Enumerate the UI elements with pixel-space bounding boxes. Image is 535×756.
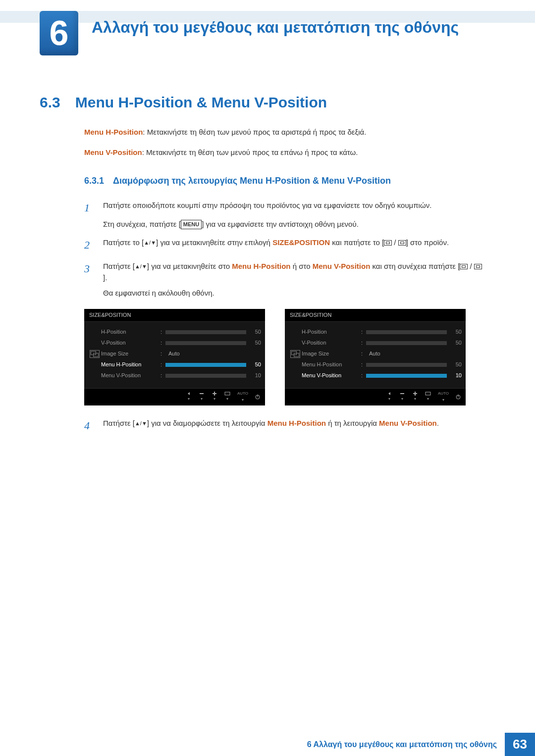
colon: :	[160, 339, 165, 347]
step-1-p2a: Στη συνέχεια, πατήστε [	[103, 220, 181, 228]
auto-label: AUTO	[438, 391, 449, 397]
step-2-body: Πατήστε το [▲/▼] για να μετακινηθείτε στ…	[103, 237, 485, 253]
up-down-icon: ▲/▼	[135, 420, 147, 426]
osd-item-label: Image Size	[302, 350, 361, 358]
osd-panel-2: SIZE&POSITION H-Position:50V-Position:50…	[285, 309, 466, 405]
osd-item-value: 50	[447, 360, 462, 369]
colon: :	[361, 371, 366, 380]
t: ή τη λειτουργία	[326, 419, 379, 427]
hl-menu-v: Menu V-Position	[379, 419, 437, 427]
svg-rect-1	[200, 393, 204, 394]
osd-slider[interactable]	[366, 374, 447, 378]
osd-plus-button[interactable]: ▾	[212, 392, 217, 402]
step-1: 1 Πατήστε οποιοδήποτε κουμπί στην πρόσοψ…	[84, 200, 485, 230]
step-4-body: Πατήστε [▲/▼] για να διαμορφώσετε τη λει…	[103, 417, 485, 434]
t: ] στο προϊόν.	[406, 238, 449, 247]
osd-minus-button[interactable]: ▾	[399, 392, 405, 402]
section-heading: 6.3 Menu H-Position & Menu V-Position	[40, 94, 327, 111]
osd-button-bar: ▾ ▾ ▾ ▾ AUTO▾	[285, 388, 466, 405]
step-3: 3 Πατήστε [▲/▼] για να μετακινηθείτε στο…	[84, 260, 485, 299]
osd-item-value: 10	[447, 371, 462, 380]
colon: :	[361, 339, 366, 347]
subsection-title: Διαμόρφωση της λειτουργίας Menu H-Positi…	[113, 174, 391, 188]
osd-item-value-text: Auto	[366, 350, 447, 358]
subsection-number: 6.3.1	[84, 174, 104, 188]
svg-marker-0	[188, 392, 190, 395]
hl-menu-v: Menu V-Position	[313, 262, 371, 270]
osd-enter-button[interactable]: ▾	[224, 392, 230, 402]
t: ή στο	[291, 262, 313, 270]
osd-item[interactable]: V-Position:50	[101, 338, 261, 349]
osd-item[interactable]: V-Position:50	[302, 338, 462, 349]
colon: :	[160, 371, 165, 380]
hl-size-position: SIZE&POSITION	[272, 238, 330, 247]
step-number: 1	[84, 200, 94, 230]
osd-back-button[interactable]: ▾	[186, 392, 192, 402]
osd-plus-button[interactable]: ▾	[412, 392, 418, 402]
osd-item[interactable]: Menu V-Position:10	[101, 370, 261, 381]
osd-slider[interactable]	[165, 341, 246, 345]
osd-item[interactable]: H-Position:50	[101, 327, 261, 338]
osd-item[interactable]: Image Size:Auto	[101, 349, 261, 359]
osd-item-value: 50	[246, 339, 261, 347]
t: ] για να μετακινηθείτε στην επιλογή	[156, 238, 272, 247]
colon: :	[160, 328, 165, 336]
osd-item-label: H-Position	[101, 328, 160, 336]
osd-item[interactable]: Menu H-Position:50	[302, 359, 462, 370]
t: Πατήστε το [	[103, 238, 144, 247]
up-down-icon: ▲/▼	[135, 263, 147, 269]
chapter-title: Αλλαγή του μεγέθους και μετατόπιση της ο…	[92, 18, 468, 37]
step-1-p1: Πατήστε οποιοδήποτε κουμπί στην πρόσοψη …	[103, 200, 485, 211]
osd-item[interactable]: H-Position:50	[302, 327, 462, 338]
step-1-p2: Στη συνέχεια, πατήστε [MENU] για να εμφα…	[103, 218, 485, 230]
osd-slider[interactable]	[366, 330, 447, 334]
osd-item-value: 50	[246, 328, 261, 336]
svg-rect-8	[400, 393, 404, 394]
step-3-body: Πατήστε [▲/▼] για να μετακινηθείτε στο M…	[103, 260, 485, 299]
osd-minus-button[interactable]: ▾	[199, 392, 205, 402]
step-4: 4 Πατήστε [▲/▼] για να διαμορφώσετε τη λ…	[84, 417, 485, 434]
osd-power-button[interactable]	[255, 395, 260, 400]
osd-slider[interactable]	[165, 363, 246, 367]
term-v: Menu V-Position	[84, 148, 142, 156]
osd-slider[interactable]	[165, 330, 246, 334]
osd-row: SIZE&POSITION H-Position:50V-Position:50…	[84, 309, 485, 405]
osd-auto-button[interactable]: AUTO▾	[438, 391, 449, 403]
osd-slider[interactable]	[366, 363, 447, 367]
osd-slider[interactable]	[366, 341, 447, 345]
osd-item[interactable]: Menu V-Position:10	[302, 370, 462, 381]
colon: :	[160, 350, 165, 358]
desc-h: : Μετακινήστε τη θέση των μενού προς τα …	[143, 128, 366, 136]
osd-item-label: H-Position	[302, 328, 361, 336]
auto-label: AUTO	[237, 391, 248, 397]
osd-enter-button[interactable]: ▾	[425, 392, 431, 402]
osd-auto-button[interactable]: AUTO▾	[237, 391, 248, 403]
svg-rect-4	[225, 392, 230, 395]
t: ].	[103, 273, 107, 282]
osd-item-value: 50	[447, 339, 462, 347]
svg-rect-3	[213, 393, 216, 394]
step-number: 3	[84, 260, 94, 299]
osd-slider[interactable]	[165, 374, 246, 378]
menu-key: MENU	[181, 220, 202, 229]
osd-power-button[interactable]	[456, 395, 461, 400]
t: και στη συνέχεια πατήστε [	[370, 262, 460, 270]
osd-item-value: 50	[246, 360, 261, 369]
colon: :	[361, 350, 366, 358]
hl-menu-h: Menu H-Position	[232, 262, 290, 270]
colon: :	[361, 360, 366, 369]
step-number: 4	[84, 417, 94, 434]
t: ] για να διαμορφώσετε τη λειτουργία	[147, 419, 268, 427]
osd-item-label: Menu V-Position	[101, 371, 160, 380]
osd-back-button[interactable]: ▾	[386, 392, 392, 402]
enter-alt-icon	[474, 264, 482, 269]
enter-icon	[460, 264, 468, 269]
osd-item-label: Menu V-Position	[302, 371, 361, 380]
osd-item[interactable]: Image Size:Auto	[302, 349, 462, 359]
t: και πατήστε το [	[330, 238, 384, 247]
step-1-p2b: ] για να εμφανίσετε την αντίστοιχη οθόνη…	[202, 220, 359, 228]
osd-item-label: Menu H-Position	[302, 360, 361, 369]
osd-title: SIZE&POSITION	[84, 309, 265, 322]
chapter-badge: 6	[40, 11, 78, 55]
osd-item[interactable]: Menu H-Position:50	[101, 359, 261, 370]
